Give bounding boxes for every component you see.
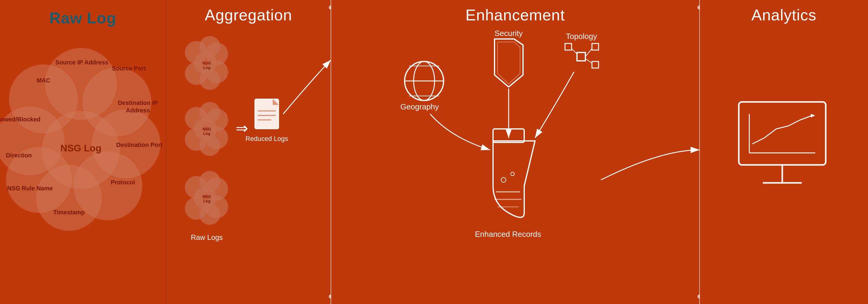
topo-line2 bbox=[585, 58, 592, 63]
nsg-log-center-label: NSG Log bbox=[61, 143, 102, 153]
to-analytics-arrow bbox=[601, 150, 700, 180]
topology-icon-node3 bbox=[565, 43, 571, 50]
allowed-blocked-label: Allowed/Blocked bbox=[0, 116, 40, 123]
analytics-scene bbox=[700, 0, 868, 304]
nsg-bubble-2-7 bbox=[199, 135, 220, 156]
dot-bottom bbox=[698, 295, 700, 299]
topo-line3 bbox=[571, 49, 577, 54]
topology-icon-node2 bbox=[592, 61, 598, 68]
dest-ip-label: Destination IP bbox=[118, 99, 158, 106]
enhancement-section: Enhancement Geography Security Topolog bbox=[331, 0, 700, 304]
timestamp-label: Timestamp bbox=[53, 209, 85, 216]
topo-arrow bbox=[535, 72, 574, 138]
enhanced-records-label: Enhanced Records bbox=[475, 230, 541, 239]
direction-label: Direction bbox=[6, 152, 32, 159]
protocol-label: Protocol bbox=[111, 179, 135, 186]
arrow-icon: ⇒ bbox=[236, 120, 248, 137]
nsg-bubble-3-6 bbox=[199, 171, 220, 192]
topology-icon-center-node bbox=[577, 53, 585, 61]
geography-label: Geography bbox=[400, 102, 439, 111]
enhancement-scene: Geography Security Topology bbox=[331, 0, 700, 304]
flask-bubble2 bbox=[511, 172, 514, 176]
flask-body bbox=[493, 141, 535, 217]
analytics-section: Analytics bbox=[700, 0, 868, 304]
raw-log-section: Raw Log MAC Source IP Address Source Por… bbox=[0, 0, 166, 304]
source-ip-label: Source IP Address bbox=[56, 59, 108, 66]
dot-top bbox=[329, 5, 331, 9]
aggregation-scene: NSG Log NSG Log NSG Log Raw Logs ⇒ bbox=[166, 0, 331, 304]
venn-diagram: MAC Source IP Address Source Port Allowe… bbox=[0, 21, 166, 291]
svg-text:Log: Log bbox=[203, 131, 210, 136]
nsg-log-label-2: NSG bbox=[203, 127, 211, 131]
curve-arrow bbox=[283, 60, 331, 114]
nsg-bubble-3-7 bbox=[199, 204, 220, 225]
dot-bottom bbox=[329, 295, 331, 299]
svg-text:Log: Log bbox=[203, 199, 210, 203]
nsg-log-label-3: NSG bbox=[203, 194, 211, 199]
security-label: Security bbox=[495, 29, 523, 38]
nsg-bubble-1-7 bbox=[199, 69, 220, 90]
topology-label: Topology bbox=[566, 32, 597, 41]
topology-icon-node1 bbox=[592, 43, 598, 50]
reduced-logs-label: Reduced Logs bbox=[246, 135, 288, 143]
topo-line1 bbox=[585, 49, 592, 57]
dot-top bbox=[698, 5, 700, 9]
aggregation-section: Aggregation NSG Log NSG Log bbox=[166, 0, 331, 304]
top-left-circle bbox=[9, 64, 78, 133]
nsg-rule-label: NSG Rule Name bbox=[7, 185, 53, 191]
security-shield-icon-inner bbox=[498, 42, 520, 84]
monitor-screen bbox=[739, 102, 826, 165]
raw-logs-label: Raw Logs bbox=[191, 233, 223, 241]
chart-line bbox=[752, 115, 812, 144]
svg-text:Log: Log bbox=[203, 65, 210, 70]
flask-bubble1 bbox=[501, 178, 506, 182]
source-port-label: Source Port bbox=[112, 65, 146, 72]
dest-port-label: Destination Port bbox=[116, 142, 163, 148]
dest-ip-label2: Address bbox=[126, 107, 150, 114]
nsg-bubble-2-6 bbox=[199, 102, 220, 123]
mac-label: MAC bbox=[37, 77, 50, 84]
nsg-bubble-1-6 bbox=[199, 36, 220, 57]
nsg-log-label-1: NSG bbox=[203, 61, 211, 65]
chart-arrow bbox=[811, 114, 815, 118]
geo-arrow bbox=[430, 114, 490, 150]
